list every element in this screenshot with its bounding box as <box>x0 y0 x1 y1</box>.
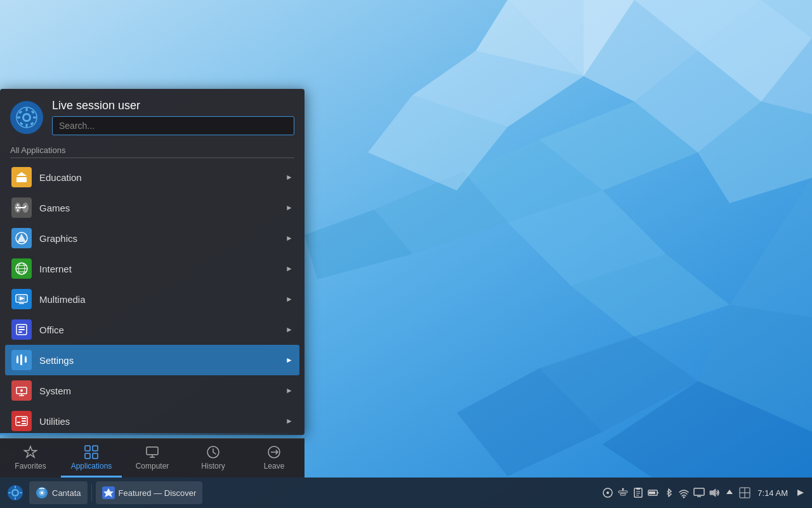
svg-point-71 <box>20 389 23 392</box>
username-label: Live session user <box>52 99 294 112</box>
screen-icon[interactable] <box>693 486 705 499</box>
svg-rect-74 <box>17 422 20 423</box>
all-applications-label: All Applications <box>0 140 304 157</box>
arrow-right-icon[interactable] <box>794 486 807 499</box>
games-icon <box>11 197 32 218</box>
svg-rect-31 <box>17 116 20 118</box>
history-icon <box>206 445 220 459</box>
svg-marker-120 <box>710 489 716 497</box>
volume-icon[interactable] <box>708 486 721 499</box>
education-arrow-icon: ► <box>285 173 293 182</box>
settings-label: Settings <box>39 355 278 366</box>
svg-point-43 <box>17 210 19 211</box>
battery-icon[interactable] <box>647 486 660 499</box>
kde-start-button[interactable] <box>3 480 28 505</box>
svg-rect-29 <box>26 108 28 111</box>
multimedia-arrow-icon: ► <box>285 295 293 304</box>
system-label: System <box>39 385 278 396</box>
menu-item-graphics[interactable]: Graphics ► <box>5 223 299 253</box>
history-tab-label: History <box>201 462 225 471</box>
svg-rect-30 <box>26 124 28 127</box>
svg-rect-109 <box>634 488 642 497</box>
svg-rect-61 <box>18 331 22 333</box>
user-info-panel: Live session user <box>52 99 294 135</box>
cantata-icon <box>36 486 48 499</box>
system-clock[interactable]: 7:14 AM <box>754 488 792 498</box>
arrow-up-icon[interactable] <box>723 486 736 499</box>
graphics-icon <box>11 228 32 248</box>
kde-logo-icon[interactable] <box>10 101 43 134</box>
svg-rect-76 <box>22 420 26 422</box>
utilities-icon <box>11 411 32 431</box>
svg-rect-94 <box>15 486 16 488</box>
menu-item-office[interactable]: Office ► <box>5 314 299 345</box>
settings-arrow-icon: ► <box>285 356 293 364</box>
settings-icon <box>11 350 32 370</box>
svg-point-93 <box>13 491 18 495</box>
svg-rect-62 <box>16 357 18 363</box>
svg-rect-97 <box>20 492 22 493</box>
nav-tab-leave[interactable]: Leave <box>244 439 304 478</box>
favorites-tab-label: Favorites <box>15 462 46 471</box>
kde-start-icon <box>7 485 23 501</box>
menu-item-education[interactable]: Education ► <box>5 162 299 192</box>
svg-rect-85 <box>147 447 158 455</box>
svg-rect-96 <box>8 492 11 493</box>
taskbar-separator <box>91 484 92 502</box>
svg-rect-64 <box>25 358 27 363</box>
nav-tab-history[interactable]: History <box>183 439 244 478</box>
svg-rect-63 <box>20 355 22 365</box>
system-arrow-icon: ► <box>285 386 293 395</box>
media-tray-icon[interactable] <box>601 486 614 499</box>
svg-point-104 <box>606 491 609 494</box>
taskbar: Cantata Featured — Discover <box>0 478 812 508</box>
discover-label: Featured — Discover <box>119 488 197 498</box>
network-manager-icon[interactable] <box>617 486 629 499</box>
svg-rect-59 <box>18 326 25 328</box>
nav-tab-computer[interactable]: Computer <box>122 439 183 478</box>
screen-selector-icon[interactable] <box>738 486 751 499</box>
svg-rect-57 <box>19 303 24 304</box>
leave-tab-label: Leave <box>264 462 285 471</box>
svg-rect-60 <box>18 329 25 330</box>
applications-tab-label: Applications <box>71 462 112 471</box>
taskbar-app-discover[interactable]: Featured — Discover <box>96 481 203 504</box>
applications-icon <box>84 445 98 459</box>
app-menu: Live session user All Applications Educa… <box>0 89 304 435</box>
svg-rect-82 <box>93 446 98 451</box>
menu-item-games[interactable]: Games ► <box>5 192 299 223</box>
games-label: Games <box>39 203 278 213</box>
leave-icon <box>267 445 281 459</box>
search-input[interactable] <box>52 116 294 135</box>
graphics-arrow-icon: ► <box>285 234 293 243</box>
menu-list[interactable]: Education ► Games ► Graphics ► <box>0 161 304 433</box>
svg-point-46 <box>25 206 27 208</box>
utilities-arrow-icon: ► <box>285 417 293 425</box>
favorites-icon <box>23 445 37 459</box>
computer-tab-label: Computer <box>136 462 169 471</box>
clipboard-icon[interactable] <box>632 486 645 499</box>
cantata-label: Cantata <box>52 488 81 498</box>
svg-marker-125 <box>797 490 804 496</box>
svg-rect-119 <box>697 496 701 497</box>
separator <box>10 157 294 158</box>
taskbar-left: Cantata Featured — Discover <box>0 480 205 505</box>
bluetooth-icon[interactable] <box>662 486 675 499</box>
wifi-icon[interactable] <box>678 486 690 499</box>
svg-marker-121 <box>726 490 733 494</box>
svg-rect-32 <box>33 116 36 118</box>
menu-item-internet[interactable]: Internet ► <box>5 253 299 284</box>
svg-rect-110 <box>636 488 640 490</box>
svg-marker-38 <box>16 172 27 176</box>
taskbar-app-cantata[interactable]: Cantata <box>29 481 88 504</box>
svg-point-42 <box>17 204 19 206</box>
menu-item-settings[interactable]: Settings ► <box>5 345 299 375</box>
menu-item-system[interactable]: System ► <box>5 375 299 406</box>
svg-rect-115 <box>649 491 655 494</box>
menu-item-utilities[interactable]: Utilities ► <box>5 406 299 433</box>
menu-item-multimedia[interactable]: Multimedia ► <box>5 284 299 314</box>
nav-tab-favorites[interactable]: Favorites <box>0 439 61 478</box>
svg-rect-95 <box>15 497 16 500</box>
scroll-indicator <box>0 433 304 435</box>
nav-tab-applications[interactable]: Applications <box>61 439 122 478</box>
